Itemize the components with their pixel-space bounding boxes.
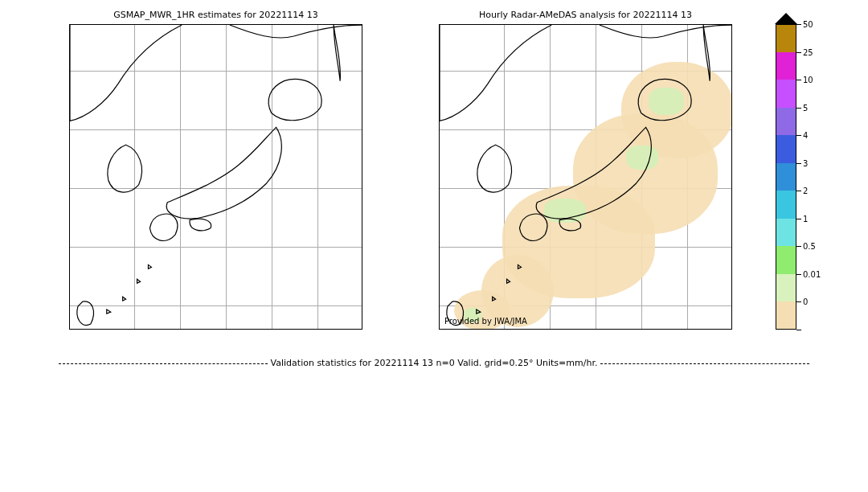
colorbar: 50 25 10 5 4 3 2 1 0.5 0.01 0 <box>776 24 796 330</box>
gsmap-title: GSMAP_MWR_1HR estimates for 20221114 13 <box>69 10 362 20</box>
coastline-icon <box>440 25 731 329</box>
colorbar-overflow-arrow-icon <box>775 13 797 24</box>
cb-label: 2 <box>803 187 808 195</box>
validation-stats: Validation statistics for 20221114 13 n=… <box>0 358 868 368</box>
figure: GSMAP_MWR_1HR estimates for 20221114 13 … <box>0 0 868 492</box>
radar-title: Hourly Radar-AMeDAS analysis for 2022111… <box>439 10 732 20</box>
cb-label: 25 <box>803 47 813 56</box>
cb-label: 3 <box>803 158 808 167</box>
cb-label: 0 <box>803 297 808 306</box>
cb-label: 10 <box>803 76 813 84</box>
coastline-icon <box>70 25 362 329</box>
cb-label: 0.5 <box>803 242 816 251</box>
data-credit: Provided by JWA/JMA <box>444 317 527 326</box>
gsmap-panel: GSMAP_MWR_1HR estimates for 20221114 13 … <box>69 24 362 330</box>
gsmap-axes <box>69 24 362 330</box>
colorbar-frame <box>776 24 796 330</box>
radar-amedas-panel: Hourly Radar-AMeDAS analysis for 2022111… <box>439 24 732 330</box>
radar-axes: Provided by JWA/JMA <box>439 24 732 330</box>
validation-stats-text: Validation statistics for 20221114 13 n=… <box>271 358 598 368</box>
cb-label: 4 <box>803 131 808 140</box>
cb-label: 50 <box>803 20 813 29</box>
cb-label: 5 <box>803 103 808 112</box>
cb-label: 0.01 <box>803 269 821 278</box>
cb-label: 1 <box>803 214 808 223</box>
